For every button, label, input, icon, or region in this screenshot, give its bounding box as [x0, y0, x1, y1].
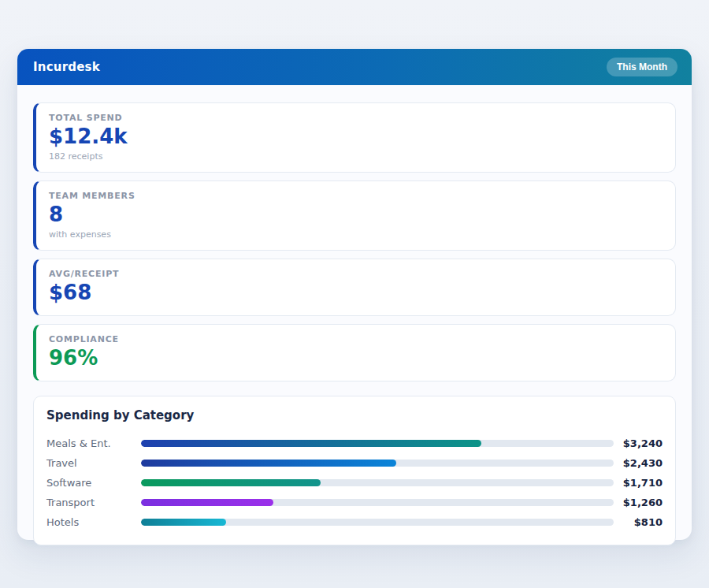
- category-value: $2,430: [614, 457, 663, 469]
- spending-by-category-chart: Spending by Category Meals & Ent. $3,240…: [33, 396, 676, 545]
- chart-row: Travel $2,430: [46, 453, 663, 473]
- bar-fill: [141, 519, 226, 526]
- stat-value: 96%: [49, 347, 663, 370]
- chart-row: Meals & Ent. $3,240: [46, 434, 663, 453]
- stat-card: AVG/RECEIPT $68: [33, 259, 676, 316]
- category-label: Software: [46, 477, 141, 489]
- bar-track: [141, 440, 614, 447]
- bar-track: [141, 519, 614, 526]
- stat-card: TEAM MEMBERS 8 with expenses: [33, 180, 676, 251]
- chart-row: Transport $1,260: [46, 493, 663, 512]
- stat-card: TOTAL SPEND $12.4k 182 receipts: [33, 102, 676, 173]
- dashboard-panel: Incurdesk This Month TOTAL SPEND $12.4k …: [17, 49, 692, 540]
- category-label: Transport: [46, 497, 141, 508]
- chart-title: Spending by Category: [46, 408, 663, 422]
- stat-value: $68: [49, 281, 663, 305]
- bar-track: [141, 460, 614, 467]
- app-header: Incurdesk This Month: [17, 49, 692, 85]
- category-value: $810: [614, 516, 663, 528]
- category-value: $1,710: [614, 477, 663, 489]
- stat-caption: with expenses: [49, 229, 663, 240]
- chart-row: Hotels $810: [46, 512, 663, 532]
- bar-fill: [141, 440, 481, 447]
- bar-fill: [141, 499, 273, 506]
- stat-value: $12.4k: [49, 125, 663, 149]
- bar-track: [141, 479, 614, 486]
- stat-value: 8: [49, 203, 663, 227]
- category-label: Meals & Ent.: [46, 437, 141, 449]
- app-title: Incurdesk: [33, 60, 100, 74]
- panel-content: TOTAL SPEND $12.4k 182 receipts TEAM MEM…: [17, 85, 692, 545]
- stat-label: TEAM MEMBERS: [49, 191, 663, 201]
- stat-label: TOTAL SPEND: [49, 113, 663, 123]
- category-label: Travel: [46, 457, 141, 469]
- bar-track: [141, 499, 614, 506]
- bar-fill: [141, 460, 396, 467]
- bar-fill: [141, 479, 321, 486]
- stat-label: AVG/RECEIPT: [49, 269, 663, 279]
- category-value: $1,260: [614, 497, 663, 508]
- stat-caption: 182 receipts: [49, 151, 663, 162]
- chart-row: Software $1,710: [46, 473, 663, 493]
- category-label: Hotels: [46, 516, 141, 528]
- stat-label: COMPLIANCE: [49, 334, 663, 344]
- period-filter-badge[interactable]: This Month: [607, 58, 677, 76]
- stat-card: COMPLIANCE 96%: [33, 324, 676, 381]
- category-value: $3,240: [614, 437, 663, 449]
